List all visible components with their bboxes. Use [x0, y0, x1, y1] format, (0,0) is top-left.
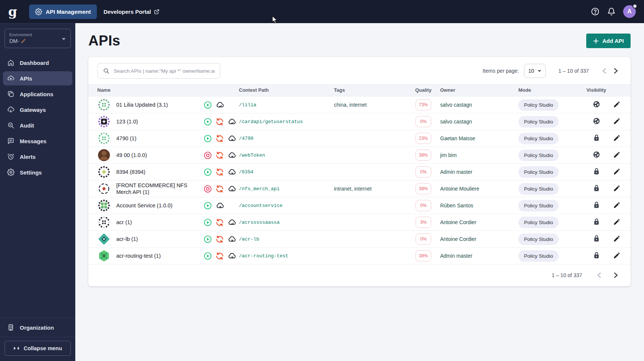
visibility-cell: [582, 235, 611, 244]
column-header-mode[interactable]: Mode: [518, 87, 582, 93]
sidebar-item-gateways[interactable]: Gateways: [3, 103, 72, 117]
sidebar-item-dashboard[interactable]: Dashboard: [3, 56, 72, 70]
column-header-name[interactable]: Name: [97, 87, 203, 93]
environment-value: DM-: [9, 38, 19, 44]
api-name-cell: Account Service (1.0.0): [97, 197, 203, 214]
api-table-row[interactable]: 8394 (8394) /8394 0% Admin master Policy…: [88, 163, 631, 180]
edit-api-button[interactable]: [611, 250, 623, 262]
next-page-button[interactable]: [610, 270, 622, 280]
column-header-context-path[interactable]: Context Path: [239, 87, 334, 93]
search-input[interactable]: [114, 68, 215, 74]
edit-cell: [611, 166, 623, 178]
main-content: APIs Add API Items per page: 10 1 –: [75, 23, 644, 361]
environment-label: Environment: [9, 32, 66, 37]
gear-icon: [7, 169, 15, 176]
column-header-owner[interactable]: Owner: [440, 87, 518, 93]
sidebar-item-messages[interactable]: Messages: [3, 134, 72, 148]
sidebar-item-applications[interactable]: Applications: [3, 87, 72, 101]
edit-api-button[interactable]: [611, 133, 623, 144]
previous-page-button[interactable]: [599, 66, 610, 76]
column-header-quality[interactable]: Quality: [407, 87, 440, 93]
mode-badge: Policy Studio: [518, 150, 559, 161]
help-button[interactable]: [591, 7, 600, 16]
edit-api-button[interactable]: [611, 200, 623, 211]
public-visibility-icon: [593, 151, 600, 158]
edit-api-button[interactable]: [611, 99, 623, 111]
building-icon: [7, 324, 15, 331]
sidebar-item-label: Dashboard: [20, 60, 49, 66]
quality-badge: 73%: [416, 99, 431, 110]
apis-table-card: Items per page: 10 1 – 10 of 337 NameCon…: [88, 57, 631, 286]
home-icon: [7, 59, 15, 66]
visibility-cell: [582, 134, 611, 143]
chevron-left-icon: [602, 68, 606, 74]
edit-api-button[interactable]: [611, 116, 623, 128]
edit-cell: [611, 200, 623, 211]
api-tags: china, internet: [334, 102, 407, 108]
edit-icon: [613, 151, 621, 158]
api-owner: Gaetan Maisse: [440, 135, 518, 141]
quality-cell: 3%: [407, 217, 440, 228]
user-menu[interactable]: A: [623, 5, 636, 18]
edit-api-button[interactable]: [611, 183, 623, 195]
sidebar-item-label: Messages: [20, 138, 47, 144]
previous-page-button[interactable]: [593, 270, 605, 280]
api-table-row[interactable]: Account Service (1.0.0) /accountservice …: [88, 197, 631, 214]
chevron-down-icon: [61, 38, 66, 41]
sidebar-item-audit[interactable]: Audit: [3, 118, 72, 132]
api-table-row[interactable]: acr-lb (1) /acr-lb 0% Antoine Cordier Po…: [88, 230, 631, 247]
api-table-row[interactable]: acr (1) /acrsssssaassa 3% Antoine Cordie…: [88, 214, 631, 230]
developers-portal-link[interactable]: Developers Portal: [104, 9, 160, 15]
sidebar-item-alerts[interactable]: Alerts: [3, 150, 72, 164]
search-box[interactable]: [97, 63, 220, 79]
api-table-row[interactable]: 4790 (1) /4790 23% Gaetan Maisse Policy …: [88, 130, 631, 147]
visibility-cell: [582, 100, 611, 109]
sidebar-item-label: Settings: [20, 169, 42, 176]
edit-api-button[interactable]: [611, 217, 623, 228]
api-status-icons: [203, 168, 239, 176]
context-path: /8394: [239, 169, 334, 175]
edit-api-button[interactable]: [611, 150, 623, 161]
api-name-cell: 8394 (8394): [97, 164, 203, 180]
visibility-cell: [582, 167, 611, 176]
gravitee-logo[interactable]: g: [8, 5, 17, 18]
out-of-sync-icon: [215, 235, 224, 244]
api-table-row[interactable]: acr-routing-test (1) /acr-routing-test 3…: [88, 247, 631, 264]
visibility-cell: [582, 251, 611, 260]
api-owner: Rúben Santos: [440, 203, 518, 208]
app-switcher-button[interactable]: API Management: [29, 4, 97, 19]
api-table-row[interactable]: [FRONT ECOMMERCE] NFS Merch API (1) /nfs…: [88, 180, 631, 197]
deployed-icon: [227, 117, 237, 126]
api-table-row[interactable]: 123 (1.0) /cardapi/getuserstatus 0% salv…: [88, 113, 631, 130]
api-picture: [97, 199, 111, 212]
sidebar-item-label: Applications: [20, 91, 53, 97]
api-table-row[interactable]: 49 00 (1.0.0) /webToken 38% jim bim Poli…: [88, 147, 631, 163]
not-deployed-icon: [227, 185, 237, 193]
api-status-icons: [203, 218, 239, 227]
sidebar-item-apis[interactable]: APIs: [3, 71, 72, 85]
api-name: acr (1): [116, 219, 132, 226]
mode-cell: Policy Studio: [518, 99, 582, 111]
mode-badge: Policy Studio: [518, 183, 559, 195]
add-api-button[interactable]: Add API: [586, 34, 631, 48]
edit-api-button[interactable]: [611, 166, 623, 178]
started-icon: [203, 252, 212, 260]
edit-api-button[interactable]: [611, 233, 623, 245]
edit-icon: [613, 117, 621, 125]
environment-select[interactable]: Environment DM-: [4, 29, 71, 48]
items-per-page-value: 10: [528, 68, 534, 74]
column-header-tags[interactable]: Tags: [334, 87, 407, 93]
started-icon: [203, 168, 212, 176]
next-page-button[interactable]: [610, 66, 622, 76]
items-per-page-select[interactable]: 10: [524, 64, 546, 78]
pagination-range: 1 – 10 of 337: [552, 272, 582, 278]
collapse-menu-button[interactable]: Collapse menu: [4, 341, 71, 356]
notifications-button[interactable]: [607, 7, 616, 16]
sidebar-item-settings[interactable]: Settings: [3, 165, 72, 179]
table-toolbar: Items per page: 10 1 – 10 of 337: [88, 57, 631, 84]
edit-icon: [613, 101, 621, 108]
api-name-cell: acr-lb (1): [97, 231, 203, 247]
sidebar-item-organization[interactable]: Organization: [0, 318, 75, 337]
api-table-row[interactable]: 01 Lilia Updated (3.1) /lilia china, int…: [88, 96, 631, 113]
column-header-visibility[interactable]: Visibility: [582, 87, 611, 93]
